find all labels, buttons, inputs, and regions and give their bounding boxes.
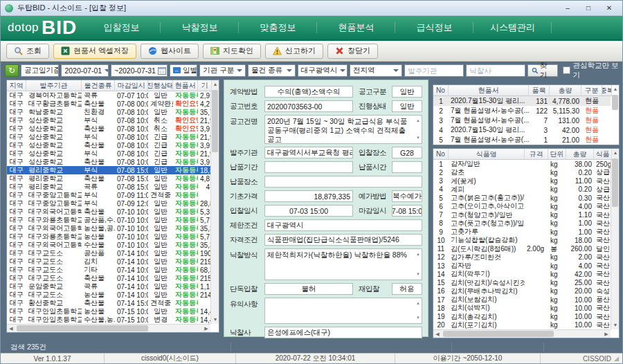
item-type-select[interactable]: 물건 종류: [248, 64, 296, 77]
table-row[interactable]: 대구황선중학교축산물07-14 15:00견적중자동등록: [7, 299, 210, 307]
table-row[interactable]: 12김가루/조미한것kg2.00국산: [433, 253, 611, 262]
interest-school-checkbox[interactable]: [563, 66, 570, 74]
note-field[interactable]: ▲▼: [264, 298, 422, 324]
table-row[interactable]: 대구성산중학교부식07-08 10:00취소확인요망21,9: [7, 116, 210, 125]
refresh-button[interactable]: ↻: [5, 64, 19, 77]
nav-item-meal-info[interactable]: 급식정보: [395, 16, 473, 39]
table-row[interactable]: 대구대구안일초등학교수산물,농...07-15 10:00변경자동등록14,4: [7, 316, 210, 324]
column-header[interactable]: 기: [198, 80, 212, 91]
resize-grip[interactable]: ◢: [614, 354, 622, 364]
table-row[interactable]: 대구평리중학교곡류07-08 15:00일반자동등록4: [7, 183, 210, 191]
scroll-up-icon[interactable]: ▲: [416, 250, 420, 259]
table-row[interactable]: 대구대구외국어고등학교축산물07-10 10:00일반자동등록5,3: [7, 208, 210, 216]
scroll-up-icon[interactable]: ▲: [416, 116, 420, 125]
date-to-select[interactable]: ~2020-07-31: [111, 64, 168, 77]
table-row[interactable]: 15김치(맛김치)/숙성시킨것kg25.00국산: [433, 279, 611, 287]
table-row[interactable]: 8고추(풋고추(청고추))/일...kg1.00국산,: [433, 219, 611, 228]
nav-item-bid-info[interactable]: 입찰정보: [82, 16, 161, 39]
column-header[interactable]: 품목: [529, 85, 550, 95]
table-row[interactable]: 대구성산중학교부식07-08 10:00긴급자동등록21,9: [7, 149, 210, 158]
table-row[interactable]: 대구대구안일초등학교농산물07-15 10:00일반자동등록14,4: [7, 307, 210, 316]
scroll-down-icon[interactable]: ▼: [416, 313, 420, 322]
notice-title-field[interactable]: 2020년 7월 15일 ~ 30일 학교급식용 부식품 공동구매(평리중외 1…: [264, 115, 422, 144]
table-row[interactable]: 대구평리중학교축산물07-08 15:00일반자동등록4,8: [7, 174, 210, 183]
table-row[interactable]: 19김치(총각김치)kg10.00국산: [433, 313, 611, 321]
scroll-left-icon[interactable]: ◀: [433, 330, 442, 338]
scroll-down-icon[interactable]: ▼: [611, 321, 620, 329]
column-header[interactable]: 중복: [602, 85, 612, 95]
column-header[interactable]: 발주기관: [26, 80, 82, 91]
table-row[interactable]: 16김치(무배추나박김치)kg20.00숙성: [433, 287, 611, 295]
table-row[interactable]: 14김치(깍두기)kg42.00국산: [433, 270, 611, 278]
scrollbar-thumb[interactable]: [443, 331, 554, 337]
table-row[interactable]: 대구대구황금초등학교축산물07-08 00:00계약완료확인요망4,2: [7, 100, 210, 108]
table-row[interactable]: 18김치(섞박지)kg10.00국산: [433, 304, 611, 312]
table-row[interactable]: 57월 현품설명서-농수공(...121.00현품: [433, 135, 611, 145]
column-header[interactable]: 현품서: [449, 85, 529, 95]
vertical-scrollbar[interactable]: ▲ ▼: [210, 80, 219, 324]
daily-button[interactable]: ↔ 일별: [170, 64, 197, 77]
table-row[interactable]: 10기능성찹쌀(칼슘강화)kg18.00국산: [433, 236, 611, 244]
column-header[interactable]: 진행상태: [148, 80, 173, 91]
org-type-select[interactable]: 기관 구분: [199, 64, 246, 77]
table-row[interactable]: 7고추(청양고추)/일반kg1.10국산: [433, 211, 611, 219]
table-row[interactable]: 대구대구교도소축산물07-14 10:00일반자동등록215,: [7, 274, 210, 282]
ordering-org-input[interactable]: [404, 64, 464, 77]
date-from-select[interactable]: 2020-07-01: [61, 64, 109, 77]
table-row[interactable]: 대구대구외국어고등학교농산물,공...07-10 10:00일반자동등록35,3: [7, 224, 210, 233]
column-header[interactable]: No: [433, 85, 449, 95]
close-window-button[interactable]: 창닫기: [327, 44, 378, 59]
table-row[interactable]: 5고추(붉은고추(홍고추))/...kg0.30국산,: [433, 194, 611, 202]
scrollbar-thumb[interactable]: [212, 90, 218, 152]
column-header[interactable]: 지역: [7, 80, 26, 91]
award-method-field[interactable]: 제한적최저가(낙찰하한율) 낙찰하한율 88%▲▼: [264, 248, 422, 280]
table-row[interactable]: 13김자반kg4.00국산: [433, 262, 611, 270]
scrollbar-thumb[interactable]: [17, 325, 148, 331]
scroll-up-icon[interactable]: ▲: [211, 80, 219, 89]
table-row[interactable]: 대구대구외국어고등학교수산물07-10 10:00일반자동등록35,3: [7, 241, 210, 249]
close-button[interactable]: ✕: [600, 3, 618, 14]
nav-item-custom-info[interactable]: 맞춤정보: [239, 16, 317, 39]
table-row[interactable]: 42020.7월15-30일 평리...342.00현품: [433, 125, 611, 135]
table-row[interactable]: 대구대구중앙고등학교부식07-09 11:00견적중자동등록: [7, 191, 210, 199]
column-header[interactable]: 물건종류: [82, 80, 115, 91]
table-row[interactable]: 6고추(오이고추,아삭이고...kg4.00국산,: [433, 202, 611, 210]
column-header[interactable]: 단위: [548, 149, 566, 159]
table-row[interactable]: 3게(꽃게)kg11.00국산,: [433, 177, 611, 185]
report-button[interactable]: 신고하기: [265, 44, 323, 59]
column-header[interactable]: 총량: [550, 85, 581, 95]
find-button[interactable]: 찾기: [527, 64, 557, 77]
website-button[interactable]: 웹사이트: [141, 44, 199, 59]
scroll-down-icon[interactable]: ▼: [416, 134, 420, 143]
table-row[interactable]: 2감초kg0.20상급: [433, 168, 611, 176]
excel-save-button[interactable]: 현품서 엑셀저장: [53, 44, 136, 59]
scroll-left-icon[interactable]: ◀: [7, 325, 15, 333]
scroll-right-icon[interactable]: ▶: [602, 330, 611, 338]
column-header[interactable]: 마감일시: [115, 80, 148, 91]
nav-item-award-info[interactable]: 낙찰정보: [161, 16, 239, 39]
maximize-button[interactable]: □: [579, 3, 597, 14]
table-row[interactable]: 1감자/일반kg38.00250g: [433, 160, 611, 168]
scroll-down-icon[interactable]: ▼: [211, 316, 219, 324]
table-row[interactable]: 대구대구교도소기타07-14 10:00일반자동등록68,3: [7, 266, 210, 274]
nav-item-system-admin[interactable]: 시스템관리: [473, 16, 552, 39]
map-check-button[interactable]: 지도확인: [203, 44, 261, 59]
table-row[interactable]: 대구성산중학교부식07-08 10:00긴급자동등록21,9: [7, 133, 210, 141]
scroll-down-icon[interactable]: ▼: [416, 270, 420, 279]
column-header[interactable]: 규격: [525, 149, 548, 159]
table-row[interactable]: 4계피kg0.20상급: [433, 185, 611, 194]
table-row[interactable]: 대구대구교도소공산품07-14 10:00일반자동등록190,: [7, 249, 210, 257]
scrollbar-thumb[interactable]: [612, 95, 618, 110]
column-header[interactable]: 총량: [566, 149, 594, 159]
table-row[interactable]: 37월 현품설명서-농수공(...7131.00현품: [433, 116, 611, 125]
table-row[interactable]: 대구경북여자고등학교곡류07-07 10:00일반자동등록2,9: [7, 91, 210, 100]
scroll-down-icon[interactable]: ▼: [611, 84, 620, 85]
search-button[interactable]: 조회: [6, 44, 49, 59]
column-header[interactable]: 식품: [594, 149, 612, 159]
column-header[interactable]: 구분: [581, 85, 602, 95]
scroll-right-icon[interactable]: ▶: [202, 325, 210, 333]
table-row[interactable]: 12020.7월15-30일 평리...1314,778.00현품: [433, 96, 611, 106]
region-select[interactable]: 대구광역시: [298, 64, 347, 77]
horizontal-scrollbar[interactable]: ◀ ▶: [7, 324, 210, 332]
table-row[interactable]: 대구학남중학교친환경07-08 10:00일반자동등록35,7: [7, 108, 210, 116]
